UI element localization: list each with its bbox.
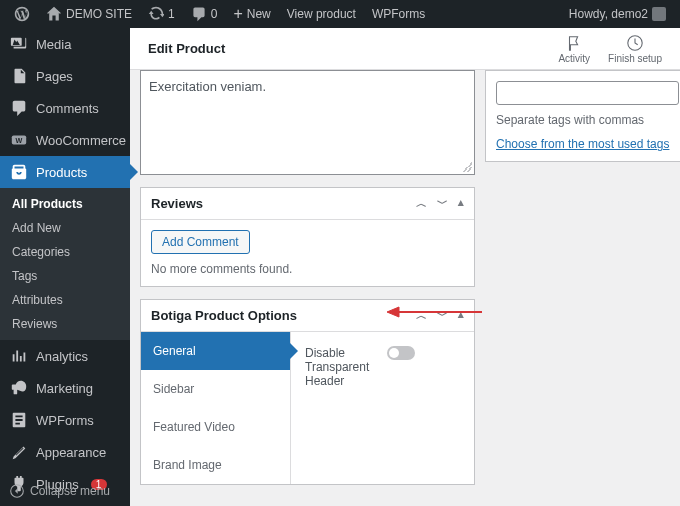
admin-sidebar: Media Pages Comments WWooCommerce Produc… [0, 28, 130, 506]
submenu-attributes[interactable]: Attributes [0, 288, 130, 312]
tags-hint: Separate tags with commas [496, 113, 680, 127]
tab-sidebar[interactable]: Sidebar [141, 370, 290, 408]
submenu-categories[interactable]: Categories [0, 240, 130, 264]
menu-marketing[interactable]: Marketing [0, 372, 130, 404]
disable-transparent-header-toggle[interactable] [387, 346, 415, 360]
add-comment-button[interactable]: Add Comment [151, 230, 250, 254]
collapse-icon [10, 484, 24, 498]
tags-panel: Add Separate tags with commas Choose fro… [485, 70, 680, 162]
products-icon [10, 163, 28, 181]
wpforms-bar[interactable]: WPForms [366, 7, 431, 21]
wordpress-icon [14, 6, 30, 22]
content-area: Edit Product Activity Finish setup Exerc… [130, 28, 680, 506]
my-account[interactable]: Howdy, demo2 [563, 7, 672, 21]
appearance-icon [10, 443, 28, 461]
comments-icon [10, 99, 28, 117]
tab-featured-video[interactable]: Featured Video [141, 408, 290, 446]
menu-pages[interactable]: Pages [0, 60, 130, 92]
home-icon [46, 6, 62, 22]
submenu-all-products[interactable]: All Products [0, 192, 130, 216]
svg-text:W: W [16, 136, 23, 145]
avatar [652, 7, 666, 21]
reviews-title: Reviews [151, 196, 203, 211]
pages-icon [10, 67, 28, 85]
annotation-arrow-icon [387, 304, 482, 320]
view-product[interactable]: View product [281, 7, 362, 21]
botiga-tab-nav: General Sidebar Featured Video Brand Ima… [141, 332, 291, 484]
marketing-icon [10, 379, 28, 397]
update-icon [148, 6, 164, 22]
activity-button[interactable]: Activity [558, 34, 590, 64]
comment-icon [191, 6, 207, 22]
menu-products[interactable]: Products [0, 156, 130, 188]
tab-general[interactable]: General [141, 332, 290, 370]
analytics-icon [10, 347, 28, 365]
media-icon [10, 35, 28, 53]
finish-setup-button[interactable]: Finish setup [608, 34, 662, 64]
menu-appearance[interactable]: Appearance [0, 436, 130, 468]
submenu-add-new[interactable]: Add New [0, 216, 130, 240]
move-up-icon[interactable]: ︿ [416, 196, 427, 211]
choose-tags-link[interactable]: Choose from the most used tags [496, 137, 669, 151]
page-title: Edit Product [148, 41, 225, 56]
woocommerce-icon: W [10, 131, 28, 149]
wp-logo[interactable] [8, 6, 36, 22]
page-header: Edit Product Activity Finish setup [130, 28, 680, 70]
description-textarea[interactable]: Exercitation veniam. [140, 70, 475, 175]
menu-wpforms[interactable]: WPForms [0, 404, 130, 436]
tag-input[interactable] [496, 81, 679, 105]
botiga-panel: Botiga Product Options ︿ ﹀ ▴ General Sid… [140, 299, 475, 485]
menu-analytics[interactable]: Analytics [0, 340, 130, 372]
menu-comments[interactable]: Comments [0, 92, 130, 124]
svg-marker-5 [387, 307, 399, 317]
menu-media[interactable]: Media [0, 28, 130, 60]
admin-bar: DEMO SITE 1 0 +New View product WPForms … [0, 0, 680, 28]
disable-transparent-header-label: Disable Transparent Header [305, 346, 375, 388]
new-content[interactable]: +New [227, 5, 276, 23]
site-name[interactable]: DEMO SITE [40, 6, 138, 22]
clock-icon [626, 34, 644, 52]
reviews-empty-text: No more comments found. [151, 262, 464, 276]
submenu-tags[interactable]: Tags [0, 264, 130, 288]
botiga-tab-content: Disable Transparent Header [291, 332, 474, 484]
updates[interactable]: 1 [142, 6, 181, 22]
toggle-panel-icon[interactable]: ▴ [458, 196, 464, 211]
tab-brand-image[interactable]: Brand Image [141, 446, 290, 484]
reviews-panel: Reviews ︿ ﹀ ▴ Add Comment No more commen… [140, 187, 475, 287]
flag-icon [565, 34, 583, 52]
collapse-menu[interactable]: Collapse menu [0, 476, 130, 506]
move-down-icon[interactable]: ﹀ [437, 196, 448, 211]
comments-count[interactable]: 0 [185, 6, 224, 22]
botiga-title: Botiga Product Options [151, 308, 297, 323]
menu-woocommerce[interactable]: WWooCommerce [0, 124, 130, 156]
products-submenu: All Products Add New Categories Tags Att… [0, 188, 130, 340]
wpforms-icon [10, 411, 28, 429]
submenu-reviews[interactable]: Reviews [0, 312, 130, 336]
